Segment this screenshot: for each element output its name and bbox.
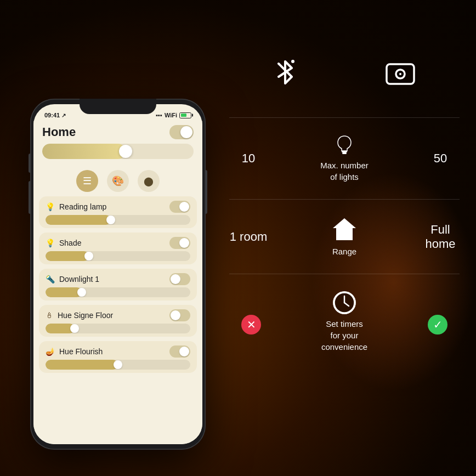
light-toggle-knob	[179, 238, 189, 248]
light-toggle-reading[interactable]	[169, 201, 190, 213]
clock-icon	[332, 291, 356, 315]
side-button-mute	[29, 154, 30, 173]
bulb-center-icon	[337, 134, 352, 156]
light-toggle-knob	[171, 310, 180, 320]
bridge-icon	[384, 58, 417, 88]
list-item: 🕯 Hue Signe Floor	[39, 305, 197, 337]
light-toggle-flourish[interactable]	[169, 345, 190, 358]
battery-icon	[179, 112, 191, 118]
status-time: 09:41 ↗	[44, 112, 66, 118]
timer-center: Set timersfor yourconvenience	[273, 291, 416, 353]
list-item: 💡 Reading lamp	[39, 196, 197, 228]
ceiling-icon: 🪔	[46, 347, 55, 356]
list-item: 🪔 Hue Flourish	[39, 341, 197, 373]
phone-notch	[80, 99, 156, 114]
bridge-block	[384, 58, 417, 88]
light-name-group: 🔦 Downlight 1	[46, 275, 99, 284]
tab-list[interactable]: ☰	[76, 170, 98, 192]
list-item: 🔦 Downlight 1	[39, 269, 197, 301]
light-brightness-downlight[interactable]	[46, 287, 190, 297]
divider-1	[229, 117, 460, 118]
divider-3	[229, 274, 460, 274]
light-label: Hue Flourish	[59, 347, 103, 356]
range-center: Range	[268, 216, 421, 257]
brightness-fill	[42, 144, 126, 159]
list-item: 💡 Shade	[39, 233, 197, 264]
signal-icon: ▪▪▪	[156, 112, 162, 118]
phone-body: 09:41 ↗ ▪▪▪ WiFi Home	[30, 99, 206, 450]
bulb-icon: 💡	[46, 239, 55, 247]
light-toggle-signe[interactable]	[169, 309, 190, 321]
brightness-knob[interactable]	[119, 145, 132, 158]
range-label: Range	[332, 246, 356, 257]
home-title-row: Home	[42, 125, 194, 139]
battery-fill	[181, 114, 186, 117]
battery-tip	[192, 114, 193, 117]
light-name-group: 🕯 Hue Signe Floor	[46, 311, 113, 320]
light-toggle-knob	[179, 202, 189, 212]
app-header: Home	[33, 121, 202, 166]
lights-label: Max. numberof lights	[320, 160, 369, 183]
brightness-slider[interactable]	[42, 144, 194, 159]
light-name-group: 💡 Shade	[46, 239, 81, 247]
status-icons: ▪▪▪ WiFi	[156, 112, 191, 118]
light-slider-fill	[46, 287, 82, 297]
light-slider-knob[interactable]	[77, 288, 86, 297]
range-bridge-value: Full home	[421, 223, 460, 251]
light-brightness-reading[interactable]	[46, 215, 190, 225]
light-slider-knob[interactable]	[114, 360, 122, 369]
top-icons-row	[229, 55, 460, 90]
timer-label: Set timersfor yourconvenience	[321, 318, 367, 353]
light-list: 💡 Reading lamp	[33, 196, 202, 444]
light-name-group: 🪔 Hue Flourish	[46, 347, 103, 356]
light-brightness-shade[interactable]	[46, 251, 190, 261]
divider-2	[229, 199, 460, 200]
light-slider-fill	[46, 215, 111, 225]
side-button-volume	[29, 181, 30, 214]
range-bluetooth-value: 1 room	[229, 230, 268, 244]
view-tabs: ☰ 🎨 ⬤	[33, 166, 202, 196]
light-slider-knob[interactable]	[70, 324, 79, 333]
range-comparison-row: 1 room Range Full home	[229, 211, 460, 263]
bluetooth-icon	[272, 55, 298, 90]
light-brightness-flourish[interactable]	[46, 360, 190, 370]
lights-comparison-row: 10 Max. numberof lights 50	[229, 129, 460, 188]
phone-mockup: 09:41 ↗ ▪▪▪ WiFi Home	[30, 99, 206, 450]
svg-point-3	[399, 73, 401, 75]
timer-comparison-row: ✕ Set timersfor yourconvenience ✓	[229, 285, 460, 358]
location-arrow-icon: ↗	[61, 112, 66, 118]
wifi-icon: WiFi	[165, 112, 177, 118]
lights-center: Max. numberof lights	[268, 134, 421, 183]
svg-rect-4	[342, 151, 347, 152]
bluetooth-block	[272, 55, 298, 90]
lights-bluetooth-value: 10	[229, 151, 268, 166]
toggle-knob	[180, 126, 192, 138]
svg-rect-5	[342, 152, 347, 154]
light-slider-fill	[46, 360, 118, 370]
tab-scenes[interactable]: 🎨	[107, 170, 129, 192]
light-slider-fill	[46, 251, 89, 261]
svg-point-0	[291, 60, 294, 63]
light-toggle-shade[interactable]	[169, 237, 190, 249]
light-name-group: 💡 Reading lamp	[46, 202, 106, 211]
light-label: Hue Signe Floor	[58, 311, 113, 320]
light-label: Downlight 1	[59, 275, 99, 284]
house-icon	[331, 216, 358, 242]
light-toggle-knob	[179, 347, 189, 356]
svg-marker-6	[333, 218, 356, 240]
light-toggle-downlight[interactable]	[169, 273, 190, 285]
light-toggle-knob	[171, 274, 180, 284]
home-toggle[interactable]	[169, 125, 194, 139]
light-brightness-signe[interactable]	[46, 324, 190, 333]
tab-color[interactable]: ⬤	[138, 170, 160, 192]
downlight-icon: 🔦	[46, 275, 55, 284]
floor-lamp-icon: 🕯	[46, 311, 53, 320]
light-label: Shade	[59, 239, 81, 247]
light-label: Reading lamp	[59, 202, 106, 211]
timer-yes-badge: ✓	[428, 315, 447, 335]
timer-no-badge: ✕	[241, 315, 261, 335]
light-slider-knob[interactable]	[84, 252, 93, 260]
comparison-panel: 10 Max. numberof lights 50 1 room Range …	[229, 55, 460, 358]
light-slider-knob[interactable]	[106, 216, 115, 224]
home-title: Home	[42, 125, 76, 139]
